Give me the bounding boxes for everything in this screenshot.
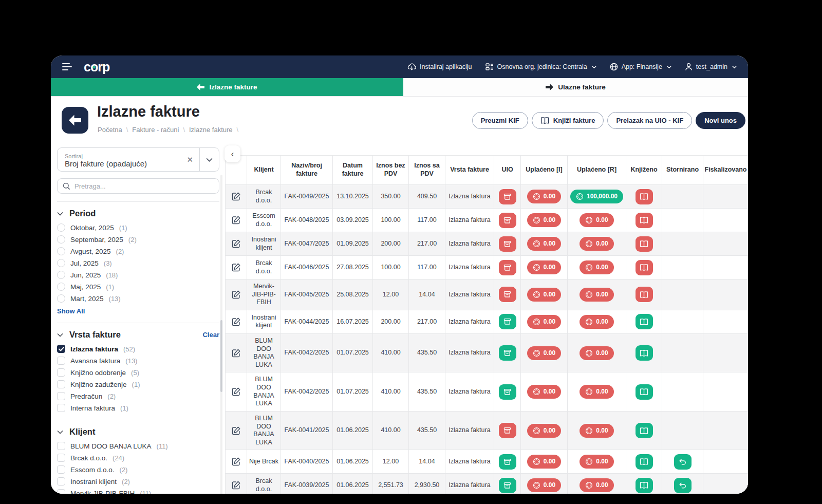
- uio-status-badge[interactable]: [499, 454, 516, 470]
- checkbox-icon[interactable]: [57, 357, 65, 365]
- paid-i-badge[interactable]: 0.00: [527, 346, 561, 360]
- paid-i-badge[interactable]: 0.00: [527, 190, 561, 203]
- klijent-option[interactable]: Inostrani klijent(2): [57, 477, 219, 486]
- stornirano-status-badge[interactable]: [674, 454, 692, 470]
- paid-r-badge[interactable]: 0.00: [580, 213, 613, 227]
- edit-invoice-button[interactable]: [231, 426, 241, 436]
- knjizeno-status-badge[interactable]: [636, 423, 653, 438]
- prelazak-uio-kif-button[interactable]: Prelazak na UIO - KIF: [607, 112, 692, 129]
- radio-icon[interactable]: [57, 235, 65, 244]
- user-menu[interactable]: test_admin: [685, 63, 737, 71]
- breadcrumb-pocetna[interactable]: Početna: [98, 126, 122, 134]
- radio-icon[interactable]: [57, 259, 65, 267]
- uio-status-badge[interactable]: [499, 384, 516, 400]
- vrsta-option[interactable]: Avansna faktura(13): [57, 357, 219, 365]
- checkbox-icon[interactable]: [57, 345, 65, 353]
- knjizeno-status-badge[interactable]: [636, 454, 653, 470]
- paid-r-badge[interactable]: 100,000.00: [570, 190, 623, 203]
- logo[interactable]: corp: [84, 61, 109, 73]
- paid-i-badge[interactable]: 0.00: [527, 424, 561, 438]
- paid-i-badge[interactable]: 0.00: [527, 288, 561, 302]
- vrsta-clear-link[interactable]: Clear: [202, 331, 219, 339]
- checkbox-icon[interactable]: [57, 489, 65, 494]
- tab-ulazne-fakture[interactable]: Ulazne fakture: [403, 78, 748, 96]
- radio-icon[interactable]: [57, 223, 65, 232]
- uio-status-badge[interactable]: [499, 260, 516, 275]
- checkbox-icon[interactable]: [57, 477, 65, 486]
- uio-status-badge[interactable]: [499, 189, 516, 204]
- install-app-button[interactable]: Instaliraj aplikaciju: [407, 63, 472, 71]
- search-input[interactable]: [74, 182, 214, 190]
- radio-icon[interactable]: [57, 294, 65, 303]
- period-option[interactable]: Jul, 2025(3): [57, 259, 219, 267]
- uio-status-badge[interactable]: [499, 287, 516, 302]
- edit-invoice-button[interactable]: [231, 290, 241, 300]
- vrsta-option[interactable]: Izlazna faktura(52): [57, 345, 219, 353]
- stornirano-status-badge[interactable]: [674, 478, 692, 493]
- checkbox-icon[interactable]: [57, 442, 65, 450]
- knjizeno-status-badge[interactable]: [636, 189, 653, 204]
- paid-i-badge[interactable]: 0.00: [527, 455, 561, 469]
- knjizeno-status-badge[interactable]: [636, 478, 653, 493]
- knjizeno-status-badge[interactable]: [636, 345, 653, 361]
- paid-i-badge[interactable]: 0.00: [527, 260, 561, 274]
- edit-invoice-button[interactable]: [231, 192, 241, 201]
- paid-i-badge[interactable]: 0.00: [527, 385, 561, 399]
- period-option[interactable]: Mart, 2025(13): [57, 294, 219, 303]
- edit-invoice-button[interactable]: [231, 387, 241, 397]
- edit-invoice-button[interactable]: [231, 263, 241, 272]
- breadcrumb-izlazne-fakture[interactable]: Izlazne fakture: [189, 126, 233, 134]
- edit-invoice-button[interactable]: [231, 457, 241, 466]
- uio-status-badge[interactable]: [499, 314, 516, 329]
- preuzmi-kif-button[interactable]: Preuzmi KIF: [472, 112, 528, 129]
- paid-i-badge[interactable]: 0.00: [527, 237, 561, 251]
- checkbox-icon[interactable]: [57, 404, 65, 412]
- period-option[interactable]: Septembar, 2025(2): [57, 235, 219, 244]
- sort-dropdown-toggle[interactable]: [199, 148, 219, 171]
- uio-status-badge[interactable]: [499, 478, 516, 493]
- paid-r-badge[interactable]: 0.00: [580, 346, 613, 360]
- paid-r-badge[interactable]: 0.00: [580, 385, 613, 399]
- edit-invoice-button[interactable]: [231, 348, 241, 358]
- checkbox-icon[interactable]: [57, 368, 65, 377]
- back-button[interactable]: [62, 107, 88, 134]
- sidebar-scrollbar-thumb[interactable]: [220, 320, 222, 392]
- paid-r-badge[interactable]: 0.00: [580, 455, 613, 469]
- paid-r-badge[interactable]: 0.00: [580, 260, 613, 274]
- radio-icon[interactable]: [57, 271, 65, 279]
- knjizeno-status-badge[interactable]: [636, 384, 653, 400]
- period-section-header[interactable]: Period: [57, 209, 219, 218]
- uio-status-badge[interactable]: [499, 423, 516, 438]
- radio-icon[interactable]: [57, 283, 65, 291]
- klijent-section-header[interactable]: Klijent: [57, 427, 219, 437]
- sort-clear-icon[interactable]: ✕: [180, 155, 199, 164]
- paid-r-badge[interactable]: 0.00: [580, 424, 613, 438]
- knjizeno-status-badge[interactable]: [636, 236, 653, 252]
- klijent-option[interactable]: BLUM DOO BANJA LUKA(11): [57, 442, 219, 450]
- paid-r-badge[interactable]: 0.00: [580, 478, 613, 492]
- vrsta-section-header[interactable]: Vrsta fakture Clear: [57, 330, 219, 340]
- klijent-option[interactable]: Esscom d.o.o.(2): [57, 465, 219, 474]
- paid-i-badge[interactable]: 0.00: [527, 213, 561, 227]
- vrsta-option[interactable]: Predračun(2): [57, 392, 219, 400]
- org-unit-menu[interactable]: Osnovna org. jedinica: Centrala: [485, 63, 596, 70]
- knjizeno-status-badge[interactable]: [636, 314, 653, 329]
- edit-invoice-button[interactable]: [231, 317, 241, 327]
- show-all-link[interactable]: Show All: [57, 307, 219, 315]
- vrsta-option[interactable]: Knjižno zaduženje(1): [57, 380, 219, 388]
- tab-izlazne-fakture[interactable]: Izlazne fakture: [51, 78, 403, 96]
- uio-status-badge[interactable]: [499, 213, 516, 228]
- paid-i-badge[interactable]: 0.00: [527, 315, 561, 329]
- knjizeno-status-badge[interactable]: [636, 260, 653, 275]
- knjizi-fakture-button[interactable]: Knjiži fakture: [532, 112, 604, 129]
- edit-invoice-button[interactable]: [231, 480, 241, 490]
- paid-r-badge[interactable]: 0.00: [580, 237, 613, 251]
- checkbox-icon[interactable]: [57, 465, 65, 474]
- checkbox-icon[interactable]: [57, 392, 65, 400]
- period-option[interactable]: Jun, 2025(18): [57, 271, 219, 279]
- period-option[interactable]: Maj, 2025(1): [57, 283, 219, 291]
- novi-unos-button[interactable]: Novi unos: [696, 112, 745, 129]
- knjizeno-status-badge[interactable]: [636, 213, 653, 228]
- hamburger-menu-icon[interactable]: [62, 63, 72, 70]
- checkbox-icon[interactable]: [57, 380, 65, 388]
